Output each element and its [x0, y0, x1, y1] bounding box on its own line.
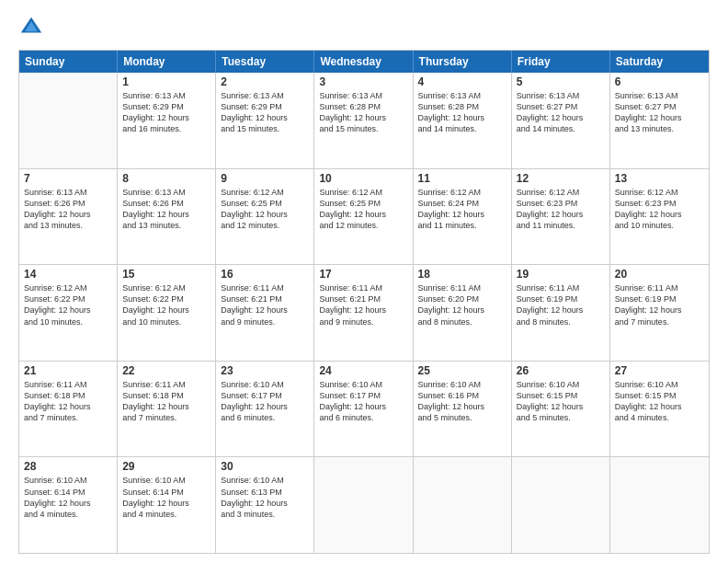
day-cell-18: 18Sunrise: 6:11 AM Sunset: 6:20 PM Dayli…	[414, 265, 512, 361]
day-info: Sunrise: 6:12 AM Sunset: 6:25 PM Dayligh…	[319, 187, 407, 232]
day-cell-17: 17Sunrise: 6:11 AM Sunset: 6:21 PM Dayli…	[314, 265, 413, 361]
day-info: Sunrise: 6:13 AM Sunset: 6:26 PM Dayligh…	[122, 187, 210, 232]
day-cell-27: 27Sunrise: 6:10 AM Sunset: 6:15 PM Dayli…	[610, 362, 709, 457]
header-day-sunday: Sunday	[19, 51, 118, 73]
day-number: 19	[517, 268, 605, 281]
day-number: 21	[24, 364, 112, 377]
day-number: 8	[122, 172, 210, 185]
day-number: 23	[221, 364, 309, 377]
day-number: 20	[615, 268, 704, 281]
day-info: Sunrise: 6:10 AM Sunset: 6:17 PM Dayligh…	[319, 379, 407, 424]
calendar-row-2: 7Sunrise: 6:13 AM Sunset: 6:26 PM Daylig…	[19, 168, 709, 265]
day-number: 30	[221, 460, 309, 473]
day-cell-24: 24Sunrise: 6:10 AM Sunset: 6:17 PM Dayli…	[314, 362, 413, 457]
day-info: Sunrise: 6:11 AM Sunset: 6:18 PM Dayligh…	[24, 379, 112, 424]
day-number: 10	[319, 172, 407, 185]
day-cell-30: 30Sunrise: 6:10 AM Sunset: 6:13 PM Dayli…	[216, 457, 314, 553]
day-number: 1	[122, 75, 210, 88]
day-number: 29	[122, 460, 210, 473]
day-number: 18	[418, 268, 506, 281]
calendar-body: 1Sunrise: 6:13 AM Sunset: 6:29 PM Daylig…	[19, 73, 709, 553]
day-info: Sunrise: 6:12 AM Sunset: 6:22 PM Dayligh…	[24, 282, 112, 327]
day-number: 24	[319, 364, 407, 377]
day-number: 26	[517, 364, 605, 377]
day-cell-26: 26Sunrise: 6:10 AM Sunset: 6:15 PM Dayli…	[512, 362, 610, 457]
day-info: Sunrise: 6:12 AM Sunset: 6:22 PM Dayligh…	[122, 282, 210, 327]
calendar: SundayMondayTuesdayWednesdayThursdayFrid…	[18, 50, 710, 554]
day-info: Sunrise: 6:10 AM Sunset: 6:15 PM Dayligh…	[517, 379, 605, 424]
page: SundayMondayTuesdayWednesdayThursdayFrid…	[0, 0, 728, 563]
day-cell-12: 12Sunrise: 6:12 AM Sunset: 6:23 PM Dayli…	[512, 169, 610, 265]
day-number: 16	[221, 268, 309, 281]
day-cell-1: 1Sunrise: 6:13 AM Sunset: 6:29 PM Daylig…	[118, 73, 216, 168]
day-number: 13	[615, 172, 704, 185]
day-info: Sunrise: 6:13 AM Sunset: 6:29 PM Dayligh…	[221, 90, 309, 135]
day-info: Sunrise: 6:10 AM Sunset: 6:17 PM Dayligh…	[221, 379, 309, 424]
empty-cell	[19, 73, 118, 168]
day-info: Sunrise: 6:13 AM Sunset: 6:28 PM Dayligh…	[418, 90, 506, 135]
day-cell-20: 20Sunrise: 6:11 AM Sunset: 6:19 PM Dayli…	[610, 265, 709, 361]
day-cell-13: 13Sunrise: 6:12 AM Sunset: 6:23 PM Dayli…	[610, 169, 709, 265]
logo	[18, 15, 48, 40]
day-info: Sunrise: 6:11 AM Sunset: 6:21 PM Dayligh…	[221, 282, 309, 327]
day-cell-28: 28Sunrise: 6:10 AM Sunset: 6:14 PM Dayli…	[19, 457, 118, 553]
day-info: Sunrise: 6:11 AM Sunset: 6:19 PM Dayligh…	[517, 282, 605, 327]
day-info: Sunrise: 6:12 AM Sunset: 6:23 PM Dayligh…	[615, 187, 704, 232]
day-number: 4	[418, 75, 506, 88]
day-info: Sunrise: 6:10 AM Sunset: 6:14 PM Dayligh…	[24, 475, 112, 520]
day-info: Sunrise: 6:13 AM Sunset: 6:27 PM Dayligh…	[615, 90, 704, 135]
day-number: 27	[615, 364, 704, 377]
day-cell-29: 29Sunrise: 6:10 AM Sunset: 6:14 PM Dayli…	[118, 457, 216, 553]
day-number: 9	[221, 172, 309, 185]
calendar-row-4: 21Sunrise: 6:11 AM Sunset: 6:18 PM Dayli…	[19, 361, 709, 457]
day-info: Sunrise: 6:12 AM Sunset: 6:23 PM Dayligh…	[517, 187, 605, 232]
day-cell-9: 9Sunrise: 6:12 AM Sunset: 6:25 PM Daylig…	[216, 169, 314, 265]
day-cell-21: 21Sunrise: 6:11 AM Sunset: 6:18 PM Dayli…	[19, 362, 118, 457]
header-day-thursday: Thursday	[414, 51, 512, 73]
empty-cell	[314, 457, 413, 553]
header-day-saturday: Saturday	[610, 51, 709, 73]
day-number: 22	[122, 364, 210, 377]
calendar-header: SundayMondayTuesdayWednesdayThursdayFrid…	[19, 51, 709, 73]
day-cell-10: 10Sunrise: 6:12 AM Sunset: 6:25 PM Dayli…	[314, 169, 413, 265]
day-info: Sunrise: 6:10 AM Sunset: 6:14 PM Dayligh…	[122, 475, 210, 520]
day-cell-5: 5Sunrise: 6:13 AM Sunset: 6:27 PM Daylig…	[512, 73, 610, 168]
day-info: Sunrise: 6:13 AM Sunset: 6:26 PM Dayligh…	[24, 187, 112, 232]
day-number: 15	[122, 268, 210, 281]
empty-cell	[512, 457, 610, 553]
day-info: Sunrise: 6:11 AM Sunset: 6:19 PM Dayligh…	[615, 282, 704, 327]
empty-cell	[610, 457, 709, 553]
day-cell-3: 3Sunrise: 6:13 AM Sunset: 6:28 PM Daylig…	[314, 73, 413, 168]
day-info: Sunrise: 6:10 AM Sunset: 6:13 PM Dayligh…	[221, 475, 309, 520]
day-cell-6: 6Sunrise: 6:13 AM Sunset: 6:27 PM Daylig…	[610, 73, 709, 168]
day-number: 6	[615, 75, 704, 88]
day-cell-15: 15Sunrise: 6:12 AM Sunset: 6:22 PM Dayli…	[118, 265, 216, 361]
day-number: 3	[319, 75, 407, 88]
day-cell-2: 2Sunrise: 6:13 AM Sunset: 6:29 PM Daylig…	[216, 73, 314, 168]
day-cell-25: 25Sunrise: 6:10 AM Sunset: 6:16 PM Dayli…	[414, 362, 512, 457]
day-cell-16: 16Sunrise: 6:11 AM Sunset: 6:21 PM Dayli…	[216, 265, 314, 361]
day-info: Sunrise: 6:13 AM Sunset: 6:27 PM Dayligh…	[517, 90, 605, 135]
day-number: 11	[418, 172, 506, 185]
day-cell-19: 19Sunrise: 6:11 AM Sunset: 6:19 PM Dayli…	[512, 265, 610, 361]
day-info: Sunrise: 6:13 AM Sunset: 6:29 PM Dayligh…	[122, 90, 210, 135]
day-cell-8: 8Sunrise: 6:13 AM Sunset: 6:26 PM Daylig…	[118, 169, 216, 265]
day-number: 2	[221, 75, 309, 88]
day-info: Sunrise: 6:10 AM Sunset: 6:16 PM Dayligh…	[418, 379, 506, 424]
day-info: Sunrise: 6:13 AM Sunset: 6:28 PM Dayligh…	[319, 90, 407, 135]
day-info: Sunrise: 6:11 AM Sunset: 6:20 PM Dayligh…	[418, 282, 506, 327]
calendar-row-1: 1Sunrise: 6:13 AM Sunset: 6:29 PM Daylig…	[19, 73, 709, 168]
empty-cell	[414, 457, 512, 553]
day-cell-4: 4Sunrise: 6:13 AM Sunset: 6:28 PM Daylig…	[414, 73, 512, 168]
day-cell-11: 11Sunrise: 6:12 AM Sunset: 6:24 PM Dayli…	[414, 169, 512, 265]
day-number: 25	[418, 364, 506, 377]
header-day-monday: Monday	[118, 51, 216, 73]
header-day-tuesday: Tuesday	[216, 51, 314, 73]
day-number: 7	[24, 172, 112, 185]
header-day-friday: Friday	[512, 51, 610, 73]
day-cell-14: 14Sunrise: 6:12 AM Sunset: 6:22 PM Dayli…	[19, 265, 118, 361]
calendar-row-5: 28Sunrise: 6:10 AM Sunset: 6:14 PM Dayli…	[19, 456, 709, 553]
day-cell-23: 23Sunrise: 6:10 AM Sunset: 6:17 PM Dayli…	[216, 362, 314, 457]
day-number: 12	[517, 172, 605, 185]
day-info: Sunrise: 6:12 AM Sunset: 6:25 PM Dayligh…	[221, 187, 309, 232]
